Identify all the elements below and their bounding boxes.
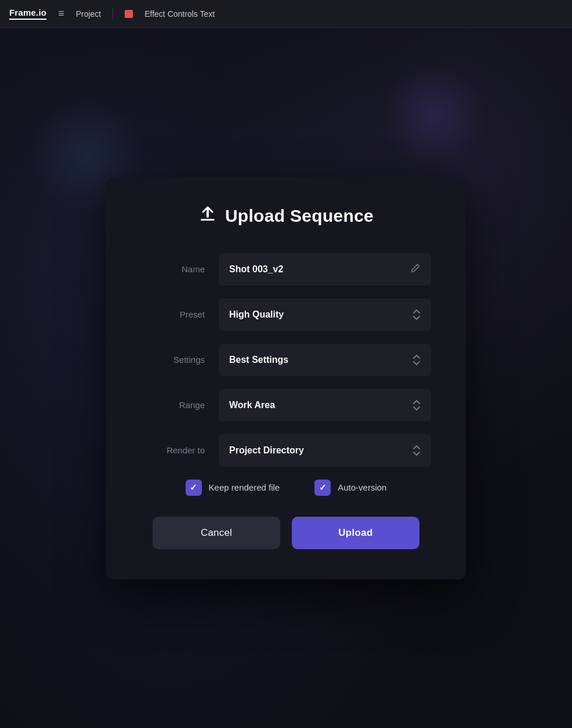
effect-controls-label: Effect Controls Text xyxy=(144,9,215,19)
menubar: Frame.io ≡ Project Effect Controls Text xyxy=(0,0,572,28)
keep-rendered-label: Keep rendered file xyxy=(209,482,280,492)
name-field[interactable]: Shot 003_v2 xyxy=(219,253,431,286)
effect-color-indicator xyxy=(125,10,133,18)
ambient-light-right xyxy=(382,63,486,167)
checkboxes-row: ✓ Keep rendered file ✓ Auto-version xyxy=(141,480,431,496)
keep-rendered-checkbox[interactable]: ✓ xyxy=(186,480,202,496)
keep-rendered-checkbox-item[interactable]: ✓ Keep rendered file xyxy=(186,480,280,496)
keep-rendered-checkmark: ✓ xyxy=(190,482,197,493)
name-label: Name xyxy=(141,264,205,274)
settings-row: Settings Best Settings xyxy=(141,344,431,376)
range-row: Range Work Area xyxy=(141,389,431,421)
render-to-select[interactable]: Project Directory xyxy=(219,434,431,467)
name-value: Shot 003_v2 xyxy=(229,264,283,275)
name-row: Name Shot 003_v2 xyxy=(141,253,431,286)
preset-select[interactable]: High Quality xyxy=(219,298,431,331)
render-to-value: Project Directory xyxy=(229,445,304,456)
hamburger-icon[interactable]: ≡ xyxy=(58,8,64,20)
project-label[interactable]: Project xyxy=(76,9,102,19)
svg-rect-0 xyxy=(201,219,215,221)
settings-spinner-icon xyxy=(412,355,421,365)
dialog-title: Upload Sequence xyxy=(225,206,374,226)
edit-icon xyxy=(410,263,421,276)
upload-dialog: Upload Sequence Name Shot 003_v2 Preset … xyxy=(106,177,466,579)
range-value: Work Area xyxy=(229,400,275,410)
spinner-icon xyxy=(412,309,421,320)
main-content: Upload Sequence Name Shot 003_v2 Preset … xyxy=(0,28,572,728)
render-spinner-icon xyxy=(412,445,421,456)
preset-value: High Quality xyxy=(229,309,284,320)
upload-icon xyxy=(198,205,217,228)
range-spinner-icon xyxy=(412,400,421,410)
render-to-label: Render to xyxy=(141,445,205,455)
auto-version-checkbox[interactable]: ✓ xyxy=(314,480,331,496)
render-to-row: Render to Project Directory xyxy=(141,434,431,467)
auto-version-checkmark: ✓ xyxy=(319,482,327,493)
preset-row: Preset High Quality xyxy=(141,298,431,331)
dialog-header: Upload Sequence xyxy=(141,205,431,228)
buttons-row: Cancel Upload xyxy=(141,517,431,549)
preset-label: Preset xyxy=(141,309,205,319)
range-select[interactable]: Work Area xyxy=(219,389,431,421)
auto-version-label: Auto-version xyxy=(338,482,386,492)
auto-version-checkbox-item[interactable]: ✓ Auto-version xyxy=(314,480,386,496)
range-label: Range xyxy=(141,400,205,410)
divider xyxy=(113,8,113,20)
upload-button[interactable]: Upload xyxy=(292,517,419,549)
settings-value: Best Settings xyxy=(229,355,288,365)
settings-label: Settings xyxy=(141,355,205,365)
settings-select[interactable]: Best Settings xyxy=(219,344,431,376)
cancel-button[interactable]: Cancel xyxy=(153,517,280,549)
app-logo: Frame.io xyxy=(9,8,46,20)
